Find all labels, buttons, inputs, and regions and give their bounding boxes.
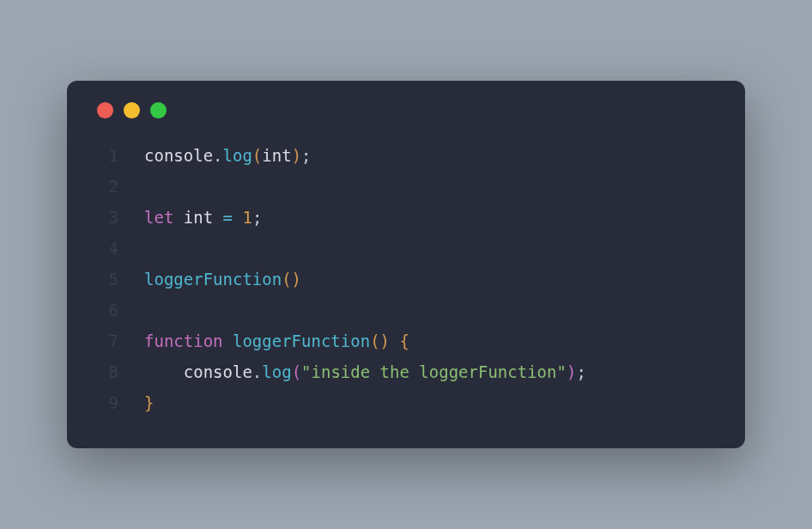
code-line: 7 function loggerFunction() {: [93, 325, 719, 356]
line-number: 2: [93, 171, 118, 202]
code-content: console.log(int);: [144, 140, 312, 171]
line-number: 6: [93, 295, 118, 325]
code-editor-window: 1 console.log(int); 2 3 let int = 1; 4 5…: [67, 81, 745, 448]
line-number: 4: [93, 233, 118, 264]
line-number: 9: [93, 387, 118, 418]
close-icon[interactable]: [97, 102, 113, 119]
line-number: 8: [93, 356, 118, 387]
code-content: console.log("inside the loggerFunction")…: [144, 356, 586, 387]
code-line: 5 loggerFunction(): [93, 264, 719, 295]
code-line: 6: [93, 295, 719, 325]
code-area[interactable]: 1 console.log(int); 2 3 let int = 1; 4 5…: [93, 140, 719, 418]
code-content: }: [144, 387, 154, 418]
code-line: 8 console.log("inside the loggerFunction…: [93, 356, 719, 387]
code-line: 9 }: [93, 387, 719, 418]
code-line: 3 let int = 1;: [93, 202, 719, 233]
code-line: 4: [93, 233, 719, 264]
line-number: 7: [93, 325, 118, 356]
code-content: function loggerFunction() {: [144, 325, 409, 356]
code-line: 2: [93, 171, 719, 202]
code-line: 1 console.log(int);: [93, 140, 719, 171]
minimize-icon[interactable]: [124, 102, 140, 119]
code-content: let int = 1;: [144, 202, 262, 233]
code-content: loggerFunction(): [144, 264, 301, 295]
line-number: 1: [93, 140, 118, 171]
line-number: 5: [93, 264, 118, 295]
line-number: 3: [93, 202, 118, 233]
maximize-icon[interactable]: [150, 102, 167, 119]
window-titlebar: [93, 102, 719, 119]
